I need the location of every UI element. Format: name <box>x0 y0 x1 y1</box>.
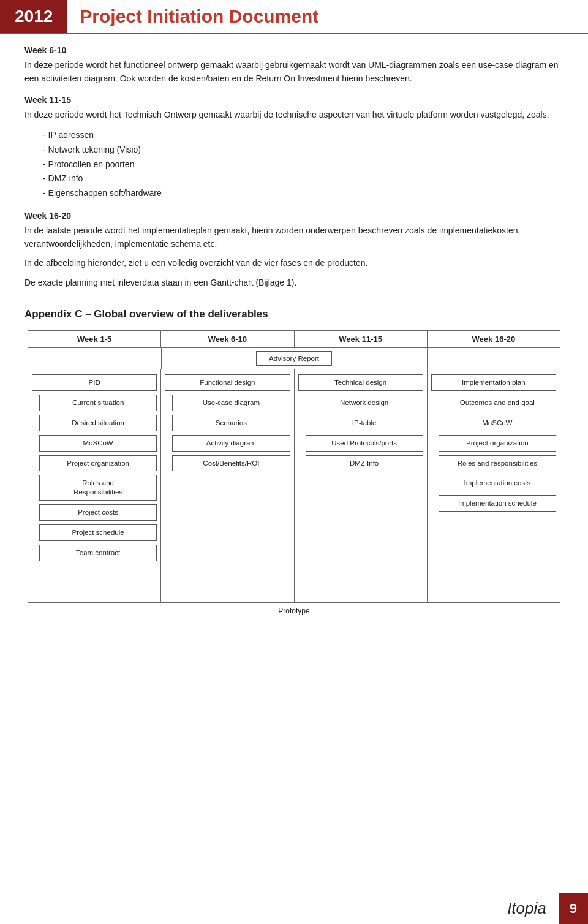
page-footer: Itopia 9 <box>495 893 588 924</box>
week-col-3: Technical design Network design IP-table… <box>295 369 428 602</box>
diag-moscow-1: MoSCoW <box>39 435 157 452</box>
header-title: Project Initiation Document <box>67 0 331 33</box>
week-col-header-3: Week 11-15 <box>295 331 428 347</box>
appendix-heading: Appendix C – Global overview of the deli… <box>24 308 564 320</box>
diag-desired-situation: Desired situation <box>39 415 157 431</box>
diag-impl-schedule: Implementation schedule <box>439 495 556 512</box>
week-16-20-para1: In de laatste periode wordt het implemen… <box>24 224 564 251</box>
deliverables-diagram: Week 1-5 Week 6-10 Week 11-15 Week 16-20… <box>28 330 560 619</box>
footer-brand: Itopia <box>495 893 559 924</box>
prototype-row: Prototype <box>28 602 560 619</box>
diag-moscow-2: MoSCoW <box>439 415 556 431</box>
diag-impl-costs: Implementation costs <box>439 475 556 491</box>
diag-project-org-2: Project organization <box>439 435 556 452</box>
list-item: DMZ info <box>43 172 564 186</box>
diag-network-design: Network design <box>306 395 423 411</box>
diag-team-contract: Team contract <box>39 545 157 561</box>
week-11-15-para: In deze periode wordt het Technisch Ontw… <box>24 108 564 122</box>
diag-scenarios: Scenarios <box>172 415 290 431</box>
advisory-report-box: Advisory Report <box>256 351 332 366</box>
diag-project-org-1: Project organization <box>39 455 157 472</box>
diag-usecase-diagram: Use-case diagram <box>172 395 290 411</box>
footer-page-number: 9 <box>559 893 588 924</box>
week-col-header-4: Week 16-20 <box>428 331 560 347</box>
para3: De exacte planning met inleverdata staan… <box>24 276 564 290</box>
diag-activity-diagram: Activity diagram <box>172 435 290 452</box>
list-item: Eigenschappen soft/hardware <box>43 186 564 201</box>
list-item: Netwerk tekening (Visio) <box>43 143 564 157</box>
diag-used-protocols: Used Protocols/ports <box>306 435 423 452</box>
advisory-report-area: Advisory Report <box>28 348 560 369</box>
week-col-4: Implementation plan Outcomes and end goa… <box>428 369 560 602</box>
diag-roles-resp: Roles andResponsibilities <box>39 475 157 501</box>
week-6-10-para: In deze periode wordt het functioneel on… <box>24 59 564 85</box>
week-col-1: PID Current situation Desired situation … <box>28 369 161 602</box>
diag-outcomes: Outcomes and end goal <box>439 395 556 411</box>
diag-dmz-info: DMZ Info <box>306 455 423 472</box>
diag-project-schedule: Project schedule <box>39 524 157 541</box>
week-col-2: Functional design Use-case diagram Scena… <box>161 369 294 602</box>
week-11-15-heading: Week 11-15 <box>24 95 564 105</box>
list-item: IP adressen <box>43 128 564 143</box>
week-col-header-2: Week 6-10 <box>161 331 294 347</box>
week-16-20-heading: Week 16-20 <box>24 211 564 221</box>
weeks-header-row: Week 1-5 Week 6-10 Week 11-15 Week 16-20 <box>28 331 560 348</box>
diag-functional-design: Functional design <box>165 374 290 391</box>
diag-cost-benefits: Cost/Benefits/ROI <box>172 455 290 472</box>
bullet-list: IP adressen Netwerk tekening (Visio) Pro… <box>43 128 564 201</box>
header-year: 2012 <box>0 0 67 33</box>
week-col-header-1: Week 1-5 <box>28 331 161 347</box>
weeks-body: PID Current situation Desired situation … <box>28 369 560 602</box>
diag-roles-resp-2: Roles and responsibilities <box>439 455 556 472</box>
diag-current-situation: Current situation <box>39 395 157 411</box>
main-content: Week 6-10 In deze periode wordt het func… <box>0 45 588 656</box>
list-item: Protocollen en poorten <box>43 157 564 172</box>
diag-pid: PID <box>32 374 157 391</box>
page-header: 2012 Project Initiation Document <box>0 0 588 34</box>
week-6-10-heading: Week 6-10 <box>24 45 564 55</box>
diag-project-costs: Project costs <box>39 504 157 521</box>
diag-implementation-plan: Implementation plan <box>431 374 556 391</box>
para2: In de afbeelding hieronder, ziet u een v… <box>24 257 564 270</box>
diag-ip-table: IP-table <box>306 415 423 431</box>
diag-technical-design: Technical design <box>298 374 423 391</box>
